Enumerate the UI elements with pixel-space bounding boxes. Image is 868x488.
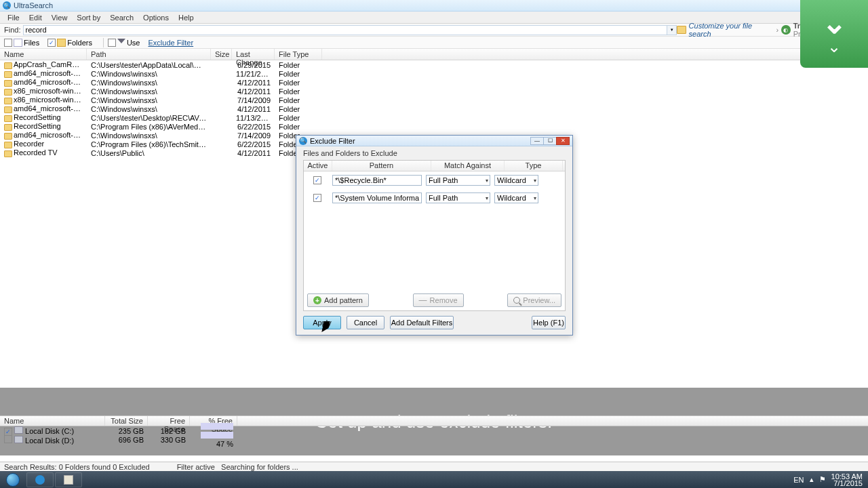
- type-select[interactable]: Wildcard: [494, 175, 538, 186]
- start-button[interactable]: [0, 471, 26, 488]
- folder-type-icon: [57, 39, 66, 47]
- match-select[interactable]: Full Path: [426, 192, 490, 203]
- remove-label: Remove: [430, 296, 458, 304]
- tray-flag-icon[interactable]: ▴: [810, 475, 814, 484]
- row-active-checkbox[interactable]: ✓: [313, 194, 321, 202]
- dcol-type[interactable]: Type: [505, 161, 563, 171]
- status-filter: Filter active: [177, 463, 215, 471]
- dialog-minimize-button[interactable]: —: [530, 137, 544, 145]
- help-button[interactable]: Help (F1): [532, 316, 566, 329]
- drive-checkbox[interactable]: [4, 435, 12, 443]
- pattern-input[interactable]: [332, 175, 422, 186]
- menu-file[interactable]: File: [3, 12, 24, 23]
- add-default-filters-button[interactable]: Add Default Filters: [390, 316, 454, 329]
- row-folder-icon: [4, 98, 12, 104]
- dialog-body: Active Pattern Match Against Type ✓Full …: [303, 160, 566, 311]
- taskbar-app-1[interactable]: [26, 472, 54, 487]
- download-badge[interactable]: ⌄ ⌄: [800, 0, 868, 68]
- apply-button[interactable]: Apply: [303, 316, 341, 329]
- dcol-pattern[interactable]: Pattern: [332, 161, 431, 171]
- cancel-button[interactable]: Cancel: [347, 316, 384, 329]
- col-size[interactable]: Size: [211, 49, 232, 60]
- dialog-close-button[interactable]: ✕: [556, 137, 570, 145]
- folders-checkbox[interactable]: ✓: [47, 39, 56, 47]
- tray-time: 10:53 AM: [831, 473, 863, 480]
- plus-icon: +: [313, 296, 321, 304]
- dcol-name[interactable]: Name: [0, 416, 105, 426]
- find-dropdown-icon[interactable]: ▾: [667, 25, 677, 35]
- badge-v-icon: ⌄: [822, 12, 847, 35]
- status-searching: Searching for folders ...: [221, 463, 298, 471]
- magnifier-icon: [513, 297, 520, 304]
- separator: [103, 38, 104, 47]
- system-tray[interactable]: EN ▴ ⚑ 10:53 AM7/1/2015: [788, 473, 868, 487]
- table-row[interactable]: RecordSettingC:\Program Files (x86)\AVer…: [0, 122, 868, 131]
- match-select[interactable]: Full Path: [426, 175, 490, 186]
- row-active-checkbox[interactable]: ✓: [313, 176, 321, 184]
- row-folder-icon: [4, 71, 12, 78]
- col-lastchange[interactable]: Last Change: [232, 49, 275, 60]
- dialog-icon: 🔍: [299, 137, 307, 145]
- window-title: UltraSearch: [14, 1, 53, 9]
- taskbar-app-2[interactable]: [55, 472, 82, 487]
- folders-label: Folders: [67, 39, 92, 47]
- add-pattern-button[interactable]: +Add pattern: [307, 293, 369, 307]
- drive-icon: [14, 426, 23, 434]
- window-titlebar: 🔍 UltraSearch — ☐ ✕: [0, 0, 868, 12]
- taskbar: EN ▴ ⚑ 10:53 AM7/1/2015: [0, 471, 868, 488]
- table-row[interactable]: amd64_microsoft-windows-a...C:\Windows\w…: [0, 78, 868, 87]
- customize-link[interactable]: Customize your file search: [689, 22, 774, 38]
- col-name[interactable]: Name: [0, 49, 87, 60]
- table-row[interactable]: RecordSettingC:\Users\tester\Desktop\REC…: [0, 113, 868, 122]
- files-label: Files: [24, 39, 39, 47]
- status-bar: Search Results: 0 Folders found 0 Exclud…: [0, 462, 868, 471]
- app2-icon: [64, 475, 73, 485]
- table-row[interactable]: amd64_microsoft-windows-s...C:\Windows\w…: [0, 104, 868, 113]
- find-label: Find:: [4, 26, 20, 34]
- menu-edit[interactable]: Edit: [24, 12, 47, 23]
- use-checkbox[interactable]: [108, 39, 116, 47]
- files-checkbox[interactable]: [4, 39, 12, 47]
- filter-toolbar: Files ✓ Folders Use Exclude Filter: [0, 37, 868, 49]
- menu-options[interactable]: Options: [138, 12, 174, 23]
- col-filetype[interactable]: File Type: [275, 49, 322, 60]
- tray-lang[interactable]: EN: [793, 476, 804, 484]
- pattern-input[interactable]: [332, 192, 422, 203]
- result-columns: Name Path Size Last Change File Type: [0, 49, 868, 60]
- dcol-active[interactable]: Active: [304, 161, 332, 171]
- dcol-free[interactable]: Free Space: [148, 416, 190, 426]
- menu-search[interactable]: Search: [105, 12, 138, 23]
- dialog-titlebar[interactable]: 🔍 Exclude Filter — ☐ ✕: [296, 136, 572, 146]
- find-input[interactable]: [23, 25, 667, 35]
- table-row[interactable]: x86_microsoft-windows-a..io...C:\Windows…: [0, 87, 868, 96]
- row-folder-icon: [4, 142, 12, 148]
- dcol-total[interactable]: Total Size: [105, 416, 148, 426]
- row-folder-icon: [4, 80, 12, 87]
- drive-icon: [14, 436, 23, 443]
- menu-view[interactable]: View: [47, 12, 73, 23]
- row-folder-icon: [4, 115, 12, 122]
- dialog-maximize-button[interactable]: ☐: [543, 137, 557, 145]
- tray-action-icon[interactable]: ⚑: [819, 475, 826, 484]
- table-row[interactable]: AppCrash_CamRecorder.exe...C:\Users\test…: [0, 60, 868, 69]
- folder-icon[interactable]: [677, 26, 686, 34]
- dcol-match[interactable]: Match Against: [431, 161, 505, 171]
- preview-button[interactable]: Preview...: [507, 293, 561, 307]
- badge-sm-icon: ⌄: [827, 37, 841, 56]
- drive-row[interactable]: ✓ Local Disk (C:)235 GB182 GB 78 %: [0, 426, 868, 435]
- add-pattern-label: Add pattern: [324, 296, 363, 304]
- minus-icon: —: [419, 296, 427, 304]
- table-row[interactable]: x86_microsoft-windows-a..ce...C:\Windows…: [0, 96, 868, 104]
- menu-help[interactable]: Help: [174, 12, 199, 23]
- row-folder-icon: [4, 106, 12, 113]
- exclude-filter-link[interactable]: Exclude Filter: [148, 39, 193, 47]
- type-select[interactable]: Wildcard: [494, 192, 538, 203]
- drive-row[interactable]: Local Disk (D:)696 GB330 GB 47 %: [0, 435, 868, 444]
- table-row[interactable]: amd64_microsoft-windows-so...C:\Windows\…: [0, 69, 868, 78]
- drives-panel: Name Total Size Free Space % Free Space …: [0, 415, 868, 444]
- remove-button[interactable]: —Remove: [413, 293, 464, 307]
- filter-row: ✓Full PathWildcard: [304, 189, 565, 207]
- col-path[interactable]: Path: [87, 49, 211, 60]
- treesize-icon: ◐: [781, 25, 791, 35]
- menu-sortby[interactable]: Sort by: [72, 12, 105, 23]
